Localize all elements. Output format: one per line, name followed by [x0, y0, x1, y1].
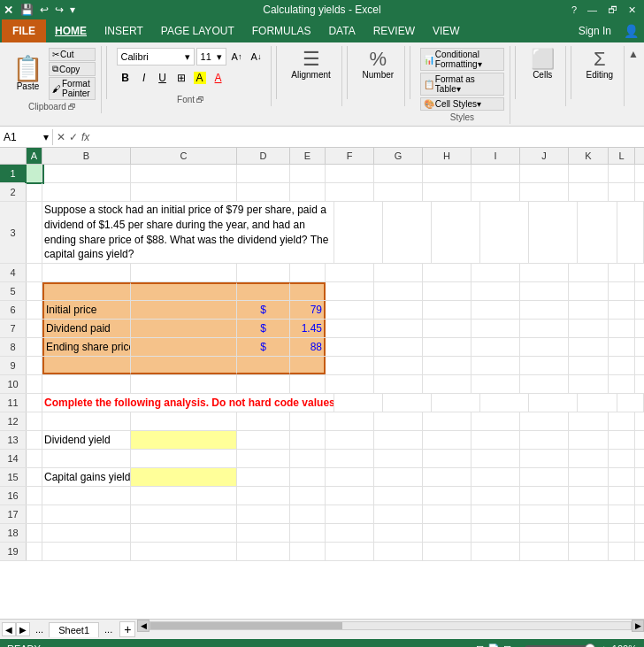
cell-L9[interactable] — [609, 357, 635, 374]
help-btn[interactable]: ? — [567, 3, 581, 18]
cell-B9[interactable] — [42, 357, 131, 374]
cell-H8[interactable] — [423, 338, 472, 356]
cell-G19[interactable] — [374, 543, 423, 560]
font-name-dropdown[interactable]: Calibri ▾ — [117, 48, 195, 65]
cell-L12[interactable] — [609, 412, 635, 430]
format-painter-btn[interactable]: 🖌Format Painter — [49, 77, 96, 100]
cell-D16[interactable] — [237, 487, 290, 505]
cell-K7[interactable] — [569, 320, 609, 337]
copy-btn[interactable]: ⧉Copy — [49, 62, 96, 76]
cell-L6[interactable] — [609, 301, 635, 319]
cell-A3[interactable] — [27, 202, 42, 263]
cell-H5[interactable] — [423, 282, 472, 300]
cell-L1[interactable] — [609, 165, 635, 182]
cell-L13[interactable] — [609, 431, 635, 449]
dots-tab-right[interactable]: ... — [101, 622, 116, 636]
cell-K1[interactable] — [569, 165, 609, 182]
cell-H17[interactable] — [423, 505, 472, 523]
scroll-left-btn[interactable]: ◀ — [137, 620, 150, 632]
cut-btn[interactable]: ✂Cut — [49, 48, 96, 61]
cell-G5[interactable] — [374, 282, 423, 300]
cell-J2[interactable] — [520, 183, 569, 201]
dots-tab-left[interactable]: ... — [32, 622, 47, 636]
cell-A7[interactable] — [27, 320, 42, 337]
cell-K6[interactable] — [569, 301, 609, 319]
cell-I10[interactable] — [472, 375, 520, 393]
cell-B7[interactable]: Dividend paid — [42, 320, 131, 337]
cell-I6[interactable] — [472, 301, 520, 319]
next-sheet-btn[interactable]: ▶ — [16, 622, 30, 636]
borders-btn[interactable]: ⊞ — [172, 69, 190, 87]
col-header-g[interactable]: G — [374, 148, 423, 164]
cell-B4[interactable] — [42, 264, 131, 281]
cell-H10[interactable] — [423, 375, 472, 393]
cell-H2[interactable] — [423, 183, 472, 201]
close-btn[interactable]: ✕ — [624, 3, 640, 18]
cell-G11[interactable] — [383, 394, 432, 412]
cell-C17[interactable] — [131, 505, 237, 523]
cell-C12[interactable] — [131, 412, 237, 430]
alignment-btn[interactable]: ☰ Alignment — [286, 48, 335, 81]
view-menu[interactable]: VIEW — [424, 19, 469, 42]
cell-A10[interactable] — [27, 375, 42, 393]
review-menu[interactable]: REVIEW — [364, 19, 424, 42]
cell-F3[interactable] — [334, 202, 383, 263]
cell-I1[interactable] — [472, 165, 520, 182]
cancel-formula-icon[interactable]: ✕ — [57, 131, 65, 143]
cell-G6[interactable] — [374, 301, 423, 319]
cell-L19[interactable] — [609, 543, 635, 560]
cell-A9[interactable] — [27, 357, 42, 374]
cell-D2[interactable] — [237, 183, 290, 201]
cell-C8[interactable] — [131, 338, 237, 356]
cell-J9[interactable] — [520, 357, 569, 374]
cell-G4[interactable] — [374, 264, 423, 281]
cell-J13[interactable] — [520, 431, 569, 449]
cell-K5[interactable] — [569, 282, 609, 300]
col-header-c[interactable]: C — [131, 148, 237, 164]
cell-B5[interactable] — [42, 282, 131, 300]
cell-B6[interactable]: Initial price — [42, 301, 131, 319]
cell-E8[interactable]: 88 — [290, 338, 326, 356]
col-header-e[interactable]: E — [290, 148, 326, 164]
cell-J18[interactable] — [520, 524, 569, 542]
cell-L2[interactable] — [609, 183, 635, 201]
cell-E6[interactable]: 79 — [290, 301, 326, 319]
cell-E13[interactable] — [290, 431, 326, 449]
cell-B11-merged[interactable]: Complete the following analysis. Do not … — [42, 394, 334, 412]
cell-C19[interactable] — [131, 543, 237, 560]
cell-L14[interactable] — [609, 450, 635, 467]
cell-B15[interactable]: Capital gains yield — [42, 468, 131, 486]
cell-D15[interactable] — [237, 468, 290, 486]
cell-B8[interactable]: Ending share price — [42, 338, 131, 356]
cell-A15[interactable] — [27, 468, 42, 486]
fill-color-btn[interactable]: A — [191, 69, 209, 87]
cell-I7[interactable] — [472, 320, 520, 337]
cell-L8[interactable] — [609, 338, 635, 356]
format-as-table-btn[interactable]: 📋 Format as Table▾ — [420, 73, 504, 96]
cell-C1[interactable] — [131, 165, 237, 182]
cell-G8[interactable] — [374, 338, 423, 356]
cell-J6[interactable] — [520, 301, 569, 319]
cell-A18[interactable] — [27, 524, 42, 542]
cell-K17[interactable] — [569, 505, 609, 523]
cell-A4[interactable] — [27, 264, 42, 281]
page-break-view-icon[interactable]: ⊡ — [503, 643, 511, 648]
cell-D17[interactable] — [237, 505, 290, 523]
cell-H1[interactable] — [423, 165, 472, 182]
cell-I2[interactable] — [472, 183, 520, 201]
cell-J10[interactable] — [520, 375, 569, 393]
cell-E4[interactable] — [290, 264, 326, 281]
cell-E14[interactable] — [290, 450, 326, 467]
cell-K19[interactable] — [569, 543, 609, 560]
cell-D18[interactable] — [237, 524, 290, 542]
cell-C14[interactable] — [131, 450, 237, 467]
cell-D5[interactable] — [237, 282, 290, 300]
undo-qa-btn[interactable]: ↩ — [38, 4, 50, 16]
cell-D1[interactable] — [237, 165, 290, 182]
cell-J4[interactable] — [520, 264, 569, 281]
cell-C15[interactable] — [131, 468, 237, 486]
cell-A1[interactable] — [27, 165, 42, 182]
cell-B1[interactable] — [42, 165, 131, 182]
col-header-b[interactable]: B — [42, 148, 131, 164]
cell-F9[interactable] — [326, 357, 374, 374]
